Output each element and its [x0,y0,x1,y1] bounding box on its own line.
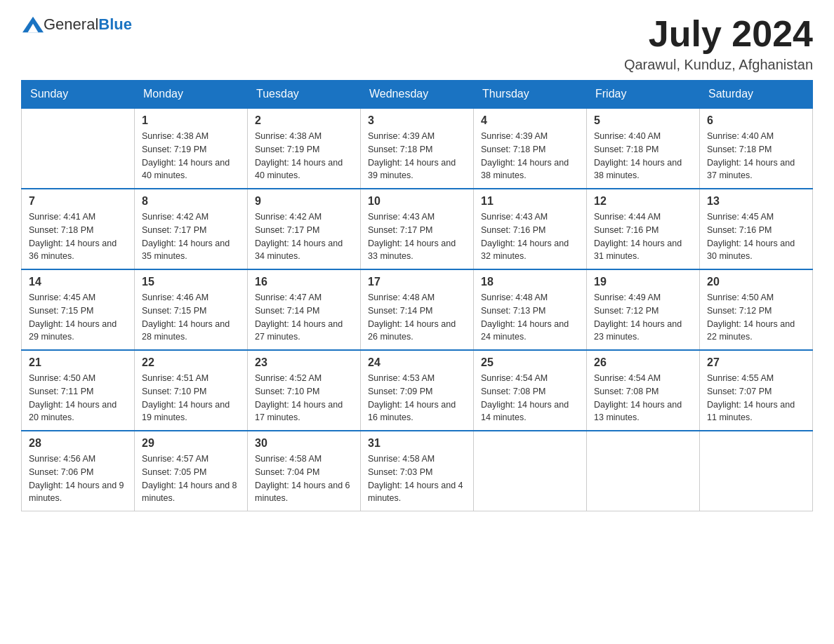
week-row-1: 1Sunrise: 4:38 AMSunset: 7:19 PMDaylight… [22,108,813,189]
calendar-cell [587,431,700,511]
day-number: 30 [255,437,353,450]
day-number: 5 [594,114,692,127]
day-number: 1 [142,114,240,127]
calendar-cell: 1Sunrise: 4:38 AMSunset: 7:19 PMDaylight… [135,108,248,189]
calendar-cell: 13Sunrise: 4:45 AMSunset: 7:16 PMDayligh… [700,189,813,269]
week-row-2: 7Sunrise: 4:41 AMSunset: 7:18 PMDaylight… [22,189,813,269]
day-info: Sunrise: 4:40 AMSunset: 7:18 PMDaylight:… [707,130,805,182]
day-info: Sunrise: 4:38 AMSunset: 7:19 PMDaylight:… [142,130,240,182]
month-year-title: July 2024 [624,14,813,54]
calendar-cell: 11Sunrise: 4:43 AMSunset: 7:16 PMDayligh… [474,189,587,269]
logo-icon [22,14,44,35]
day-info: Sunrise: 4:56 AMSunset: 7:06 PMDaylight:… [29,452,127,505]
day-number: 26 [594,356,692,369]
calendar-cell: 25Sunrise: 4:54 AMSunset: 7:08 PMDayligh… [474,350,587,431]
day-number: 22 [142,356,240,369]
day-info: Sunrise: 4:46 AMSunset: 7:15 PMDaylight:… [142,291,240,344]
calendar-table: SundayMondayTuesdayWednesdayThursdayFrid… [21,80,813,511]
day-info: Sunrise: 4:43 AMSunset: 7:17 PMDaylight:… [368,210,466,263]
calendar-cell: 14Sunrise: 4:45 AMSunset: 7:15 PMDayligh… [22,269,135,350]
day-number: 23 [255,356,353,369]
logo-general: General [44,15,98,33]
day-number: 15 [142,276,240,288]
day-info: Sunrise: 4:48 AMSunset: 7:14 PMDaylight:… [368,291,466,344]
col-header-sunday: Sunday [22,81,135,109]
day-info: Sunrise: 4:47 AMSunset: 7:14 PMDaylight:… [255,291,353,344]
day-number: 3 [368,114,466,127]
day-info: Sunrise: 4:58 AMSunset: 7:03 PMDaylight:… [368,452,466,505]
calendar-cell: 30Sunrise: 4:58 AMSunset: 7:04 PMDayligh… [248,431,361,511]
day-info: Sunrise: 4:45 AMSunset: 7:15 PMDaylight:… [29,291,127,344]
calendar-cell: 7Sunrise: 4:41 AMSunset: 7:18 PMDaylight… [22,189,135,269]
calendar-cell [700,431,813,511]
day-info: Sunrise: 4:45 AMSunset: 7:16 PMDaylight:… [707,210,805,263]
calendar-cell: 9Sunrise: 4:42 AMSunset: 7:17 PMDaylight… [248,189,361,269]
day-number: 27 [707,356,805,369]
day-info: Sunrise: 4:53 AMSunset: 7:09 PMDaylight:… [368,372,466,424]
day-number: 31 [368,437,466,450]
calendar-cell: 28Sunrise: 4:56 AMSunset: 7:06 PMDayligh… [22,431,135,511]
calendar-cell: 26Sunrise: 4:54 AMSunset: 7:08 PMDayligh… [587,350,700,431]
day-number: 6 [707,114,805,127]
day-number: 12 [594,195,692,208]
calendar-cell: 5Sunrise: 4:40 AMSunset: 7:18 PMDaylight… [587,108,700,189]
calendar-cell: 23Sunrise: 4:52 AMSunset: 7:10 PMDayligh… [248,350,361,431]
day-info: Sunrise: 4:50 AMSunset: 7:12 PMDaylight:… [707,291,805,344]
location-subtitle: Qarawul, Kunduz, Afghanistan [624,57,813,73]
day-info: Sunrise: 4:43 AMSunset: 7:16 PMDaylight:… [481,210,579,263]
day-info: Sunrise: 4:54 AMSunset: 7:08 PMDaylight:… [594,372,692,424]
calendar-cell [22,108,135,189]
col-header-friday: Friday [587,81,700,109]
day-number: 19 [594,276,692,288]
calendar-cell: 18Sunrise: 4:48 AMSunset: 7:13 PMDayligh… [474,269,587,350]
calendar-cell: 19Sunrise: 4:49 AMSunset: 7:12 PMDayligh… [587,269,700,350]
day-number: 11 [481,195,579,208]
day-number: 29 [142,437,240,450]
day-info: Sunrise: 4:51 AMSunset: 7:10 PMDaylight:… [142,372,240,424]
day-info: Sunrise: 4:44 AMSunset: 7:16 PMDaylight:… [594,210,692,263]
calendar-cell: 8Sunrise: 4:42 AMSunset: 7:17 PMDaylight… [135,189,248,269]
day-info: Sunrise: 4:42 AMSunset: 7:17 PMDaylight:… [142,210,240,263]
day-info: Sunrise: 4:55 AMSunset: 7:07 PMDaylight:… [707,372,805,424]
day-info: Sunrise: 4:41 AMSunset: 7:18 PMDaylight:… [29,210,127,263]
calendar-cell: 2Sunrise: 4:38 AMSunset: 7:19 PMDaylight… [248,108,361,189]
calendar-cell: 16Sunrise: 4:47 AMSunset: 7:14 PMDayligh… [248,269,361,350]
calendar-cell: 22Sunrise: 4:51 AMSunset: 7:10 PMDayligh… [135,350,248,431]
day-info: Sunrise: 4:39 AMSunset: 7:18 PMDaylight:… [368,130,466,182]
calendar-cell: 24Sunrise: 4:53 AMSunset: 7:09 PMDayligh… [361,350,474,431]
col-header-thursday: Thursday [474,81,587,109]
calendar-cell: 4Sunrise: 4:39 AMSunset: 7:18 PMDaylight… [474,108,587,189]
week-row-4: 21Sunrise: 4:50 AMSunset: 7:11 PMDayligh… [22,350,813,431]
calendar-cell: 29Sunrise: 4:57 AMSunset: 7:05 PMDayligh… [135,431,248,511]
calendar-cell: 15Sunrise: 4:46 AMSunset: 7:15 PMDayligh… [135,269,248,350]
calendar-cell: 10Sunrise: 4:43 AMSunset: 7:17 PMDayligh… [361,189,474,269]
col-header-monday: Monday [135,81,248,109]
day-number: 24 [368,356,466,369]
calendar-cell: 21Sunrise: 4:50 AMSunset: 7:11 PMDayligh… [22,350,135,431]
day-info: Sunrise: 4:40 AMSunset: 7:18 PMDaylight:… [594,130,692,182]
day-info: Sunrise: 4:49 AMSunset: 7:12 PMDaylight:… [594,291,692,344]
week-row-5: 28Sunrise: 4:56 AMSunset: 7:06 PMDayligh… [22,431,813,511]
day-number: 16 [255,276,353,288]
day-number: 21 [29,356,127,369]
day-number: 18 [481,276,579,288]
day-info: Sunrise: 4:54 AMSunset: 7:08 PMDaylight:… [481,372,579,424]
day-number: 25 [481,356,579,369]
calendar-cell: 31Sunrise: 4:58 AMSunset: 7:03 PMDayligh… [361,431,474,511]
day-info: Sunrise: 4:38 AMSunset: 7:19 PMDaylight:… [255,130,353,182]
calendar-cell: 20Sunrise: 4:50 AMSunset: 7:12 PMDayligh… [700,269,813,350]
day-info: Sunrise: 4:58 AMSunset: 7:04 PMDaylight:… [255,452,353,505]
day-info: Sunrise: 4:39 AMSunset: 7:18 PMDaylight:… [481,130,579,182]
day-number: 7 [29,195,127,208]
day-number: 13 [707,195,805,208]
logo-blue: Blue [98,15,132,33]
page-header: GeneralBlue July 2024 Qarawul, Kunduz, A… [21,14,813,73]
day-number: 10 [368,195,466,208]
day-number: 4 [481,114,579,127]
calendar-cell [474,431,587,511]
calendar-cell: 27Sunrise: 4:55 AMSunset: 7:07 PMDayligh… [700,350,813,431]
logo: GeneralBlue [21,14,132,35]
day-info: Sunrise: 4:42 AMSunset: 7:17 PMDaylight:… [255,210,353,263]
day-info: Sunrise: 4:50 AMSunset: 7:11 PMDaylight:… [29,372,127,424]
title-section: July 2024 Qarawul, Kunduz, Afghanistan [624,14,813,73]
